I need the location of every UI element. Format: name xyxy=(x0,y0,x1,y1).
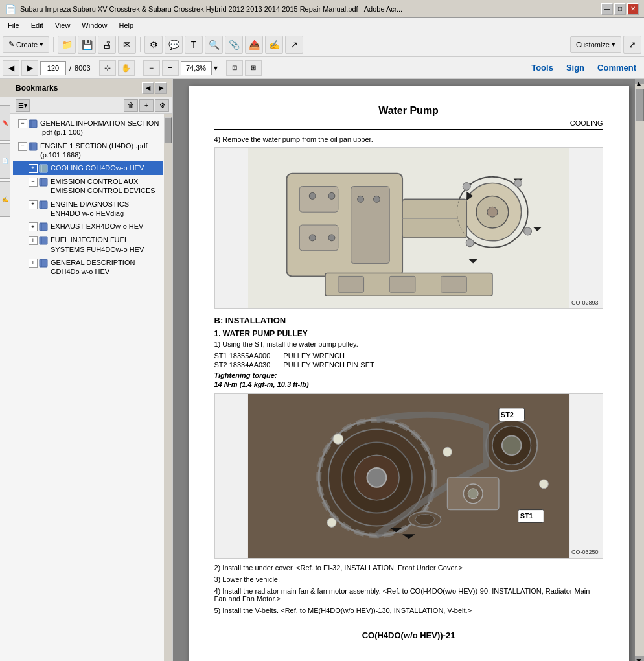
zoom-input[interactable] xyxy=(181,61,212,75)
bookmark-icon-cooling xyxy=(39,164,48,173)
bookmark-text-cooling: COOLING COH4DOw-o HEV xyxy=(51,163,160,172)
sidebar-content: −GENERAL INFORMATION SECTION .pdf (p.1-1… xyxy=(0,114,172,661)
bookmark-expander-engine-diag[interactable]: + xyxy=(29,200,38,209)
select-tool-button[interactable]: ⊹ xyxy=(99,60,116,76)
bookmark-item-emission[interactable]: −EMISSION CONTROL AUX EMISSION CONTROL D… xyxy=(13,175,163,198)
bookmark-expander-general-info[interactable]: − xyxy=(18,119,27,128)
menu-help[interactable]: Help xyxy=(113,20,139,30)
diagram2-label: CO-03250 xyxy=(571,549,599,555)
bookmark-expander-exhaust[interactable]: + xyxy=(29,222,38,231)
comment-tool-button[interactable]: 💬 xyxy=(165,36,183,54)
page-number-input[interactable] xyxy=(40,61,66,75)
bookmark-item-cooling[interactable]: +COOLING COH4DOw-o HEV xyxy=(13,161,163,175)
sidebar-add-button[interactable]: + xyxy=(139,99,154,112)
window-controls[interactable]: — □ ✕ xyxy=(601,3,639,15)
print-button[interactable]: 🖨 xyxy=(98,36,116,54)
nav-back-button[interactable]: ◀ xyxy=(3,60,19,76)
sidebar: 🔖 📄 ✍ Bookmarks ◀ ▶ ☰▾ 🗑 + ⚙ −GEN xyxy=(0,79,173,661)
bookmark-expander-general-desc[interactable]: + xyxy=(29,259,38,268)
sign-button[interactable]: Sign xyxy=(561,62,590,74)
pdf-scrollbar-thumb[interactable] xyxy=(635,89,644,121)
engine-svg-1 xyxy=(215,148,603,308)
settings-button[interactable]: ⚙ xyxy=(144,36,163,54)
menu-view[interactable]: View xyxy=(50,20,76,30)
bookmark-item-general-desc[interactable]: +GENERAL DESCRIPTION GDH4Do w-o HEV xyxy=(13,256,163,279)
comment-button[interactable]: Comment xyxy=(592,62,641,74)
pdf-scroll-up[interactable]: ▲ xyxy=(635,79,644,84)
fit-page-button[interactable]: ⊡ xyxy=(226,60,243,76)
sidebar-expand-button[interactable]: ▶ xyxy=(155,82,167,94)
sidebar-header: Bookmarks ◀ ▶ xyxy=(0,79,172,97)
svg-point-39 xyxy=(463,183,470,191)
svg-point-42 xyxy=(466,239,474,247)
nav-divider-3 xyxy=(222,60,222,76)
create-icon: ✎ xyxy=(8,40,14,49)
bookmark-expander-fuel-injection[interactable]: + xyxy=(29,236,38,245)
svg-point-61 xyxy=(468,489,478,499)
bookmark-icon-exhaust xyxy=(39,222,48,231)
sidebar-menu-button[interactable]: ☰▾ xyxy=(16,99,30,112)
attach-button[interactable]: 📎 xyxy=(225,36,243,54)
nav-toolbar: ◀ ▶ / 8003 ⊹ ✋ − + ▾ ⊡ ⊞ Tools Sign Comm… xyxy=(0,57,644,79)
bookmark-item-general-info[interactable]: −GENERAL INFORMATION SECTION .pdf (p.1-1… xyxy=(13,117,163,139)
zoom-dropdown-icon[interactable]: ▾ xyxy=(214,64,218,73)
svg-rect-2 xyxy=(29,143,37,150)
export-button[interactable]: 📤 xyxy=(245,36,263,54)
share-button[interactable]: ↗ xyxy=(285,36,303,54)
pdf-scroll-down[interactable]: ▼ xyxy=(635,656,644,661)
svg-rect-14 xyxy=(40,259,47,267)
bookmark-expander-engine1[interactable]: − xyxy=(18,142,27,151)
sign-tool-button[interactable]: ✍ xyxy=(265,36,283,54)
close-button[interactable]: ✕ xyxy=(627,3,639,15)
nav-forward-button[interactable]: ▶ xyxy=(21,60,38,76)
bookmark-item-engine1[interactable]: −ENGINE 1 SECTION (H4DO) .pdf (p.101-166… xyxy=(13,139,163,162)
maximize-button[interactable]: □ xyxy=(614,3,626,15)
section-b-header: B: INSTALLATION xyxy=(214,316,603,325)
customize-button[interactable]: Customize ▾ xyxy=(570,36,621,53)
hand-tool-button[interactable]: ✋ xyxy=(118,60,135,76)
bookmark-text-engine1: ENGINE 1 SECTION (H4DO) .pdf (p.101-1668… xyxy=(40,141,160,160)
minimize-button[interactable]: — xyxy=(601,3,613,15)
bookmark-item-exhaust[interactable]: +EXHAUST EXH4DOw-o HEV xyxy=(13,220,163,233)
menu-edit[interactable]: Edit xyxy=(26,20,49,30)
sidebar-tab-bookmarks[interactable]: 🔖 xyxy=(0,105,10,141)
svg-rect-46 xyxy=(441,276,466,292)
tools-button[interactable]: Tools xyxy=(526,62,558,74)
zoom-in-button[interactable]: + xyxy=(162,60,179,76)
sidebar-scrollbar[interactable] xyxy=(164,114,172,661)
open-button[interactable]: 📁 xyxy=(58,36,76,54)
save-button[interactable]: 💾 xyxy=(78,36,96,54)
bookmark-expander-cooling[interactable]: + xyxy=(29,164,38,173)
bookmark-item-engine-diag[interactable]: +ENGINE DIAGNOSTICS ENH4DO w-o HEVdiag xyxy=(13,198,163,220)
sidebar-collapse-button[interactable]: ◀ xyxy=(142,82,154,94)
bookmark-icon-engine-diag xyxy=(39,200,48,209)
svg-point-30 xyxy=(373,196,380,202)
st2-code: ST2 18334AA030 xyxy=(214,361,271,369)
create-button[interactable]: ✎ Create ▾ xyxy=(3,36,49,53)
sidebar-tab-signatures[interactable]: ✍ xyxy=(0,181,10,217)
sidebar-scrollbar-thumb[interactable] xyxy=(164,117,172,143)
svg-point-20 xyxy=(487,207,498,217)
email-button[interactable]: ✉ xyxy=(118,36,136,54)
sidebar-delete-button[interactable]: 🗑 xyxy=(124,99,138,112)
svg-rect-12 xyxy=(40,237,47,244)
bookmark-item-fuel-injection[interactable]: +FUEL INJECTION FUEL SYSTEMS FUH4DOw-o H… xyxy=(13,233,163,256)
sidebar-tab-pages[interactable]: 📄 xyxy=(0,143,10,179)
expand-button[interactable]: ⤢ xyxy=(623,36,641,54)
svg-point-68 xyxy=(332,434,343,445)
zoom-out-button[interactable]: − xyxy=(143,60,160,76)
bookmark-icon-general-desc xyxy=(39,259,48,268)
search-button[interactable]: 🔍 xyxy=(205,36,223,54)
highlight-button[interactable]: T xyxy=(185,36,203,54)
engine-svg-2: ST2 ST1 xyxy=(215,394,603,558)
menu-window[interactable]: Window xyxy=(76,20,112,30)
sidebar-toolbar: ☰▾ 🗑 + ⚙ xyxy=(0,97,172,114)
fit-width-button[interactable]: ⊞ xyxy=(245,60,262,76)
menu-file[interactable]: File xyxy=(3,20,25,30)
sidebar-header-controls[interactable]: ◀ ▶ xyxy=(142,82,167,94)
st2-name: PULLEY WRENCH PIN SET xyxy=(283,361,374,369)
pdf-scrollbar[interactable]: ▲ ▼ xyxy=(635,79,644,661)
tightening-torque-value: 14 N·m (1.4 kgf-m, 10.3 ft-lb) xyxy=(214,380,603,388)
bookmark-expander-emission[interactable]: − xyxy=(29,178,38,187)
sidebar-options-button[interactable]: ⚙ xyxy=(155,99,169,112)
